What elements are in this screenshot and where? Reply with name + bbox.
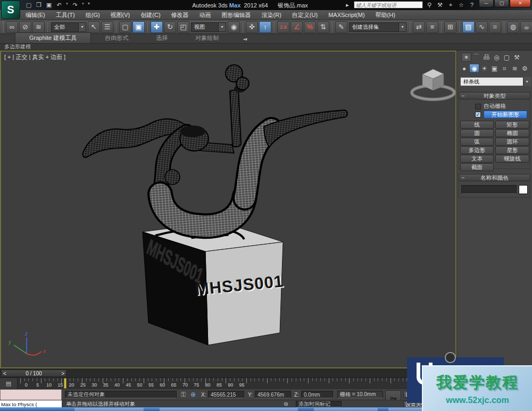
material-editor-button[interactable]: ◍ — [507, 21, 519, 33]
menu-views[interactable]: 视图(V) — [111, 11, 130, 19]
menu-create[interactable]: 创建(C) — [140, 11, 160, 19]
ribbon-tab-object-paint[interactable]: 对象绘制 — [181, 33, 232, 43]
select-and-scale-button[interactable]: ◰ — [177, 21, 189, 33]
menu-group[interactable]: 组(G) — [86, 11, 100, 19]
infocenter-search-input[interactable] — [354, 1, 423, 9]
systems-category-icon[interactable]: ⚙ — [520, 64, 530, 73]
ribbon-tab-freeform[interactable]: 自由形式 — [91, 33, 142, 43]
angle-snap-toggle[interactable]: ∠ — [290, 21, 303, 33]
menu-graph-editors[interactable]: 图形编辑器 — [222, 11, 251, 19]
start-new-shape-checkbox[interactable]: ✓ — [475, 112, 481, 118]
menu-help[interactable]: 帮助(H) — [376, 11, 395, 19]
x-coordinate-field[interactable]: 45565.215 — [208, 391, 244, 398]
y-coordinate-field[interactable]: 4569.676m — [255, 391, 291, 398]
search-expand-icon[interactable]: ▸ — [343, 2, 352, 9]
new-file-icon[interactable]: ▢ — [24, 2, 33, 9]
select-and-manipulate-button[interactable]: ✜ — [246, 21, 258, 33]
curve-editor-button[interactable]: ∿ — [476, 21, 488, 33]
object-name-input[interactable] — [461, 185, 517, 194]
redo-icon[interactable]: ↷ — [71, 2, 79, 9]
motion-tab-icon[interactable]: ◎ — [492, 53, 502, 62]
menu-maxscript[interactable]: MAXScript(M) — [328, 12, 364, 18]
communication-icon[interactable]: ⌖ — [446, 2, 455, 9]
wireframe-sculpture[interactable] — [82, 65, 347, 226]
star-button[interactable]: 星形 — [495, 146, 529, 154]
snap-toggle-2-5-button[interactable]: 2.5 — [277, 21, 289, 33]
viewport-label[interactable]: [ + | 正交 | 真实 + 边面 ] — [4, 53, 65, 61]
current-frame-marker[interactable] — [64, 378, 66, 389]
select-and-move-button[interactable]: ✚ — [151, 21, 163, 33]
start-new-shape-button[interactable]: 开始新图形 — [484, 111, 527, 119]
add-time-tag[interactable]: 添加时间标记 — [296, 401, 342, 407]
helix-button[interactable]: 螺旋线 — [495, 155, 529, 163]
next-frame-icon[interactable]: > — [61, 371, 64, 376]
app-menu-button[interactable]: S — [1, 1, 20, 19]
utilities-tab-icon[interactable]: ⚒ — [512, 53, 522, 62]
space-warps-category-icon[interactable]: ≋ — [510, 64, 520, 73]
select-and-link-button[interactable]: ∞ — [6, 21, 18, 33]
ribbon-tab-graphite[interactable]: Graphite 建模工具 — [15, 32, 91, 43]
open-mini-curve-editor-icon[interactable]: ▤ — [0, 378, 18, 389]
hierarchy-tab-icon[interactable]: 品 — [481, 53, 492, 62]
lights-category-icon[interactable]: ☀ — [479, 64, 489, 73]
menu-edit[interactable]: 编辑(E) — [26, 11, 45, 19]
create-tab-icon[interactable]: ✶ — [461, 53, 471, 62]
ellipse-button[interactable]: 椭圆 — [495, 129, 529, 137]
graphite-ribbon-toggle[interactable]: ▤ — [462, 21, 475, 33]
ribbon-display-dropdown-icon[interactable]: ▪▾ — [240, 36, 251, 43]
maxscript-mini-listener[interactable] — [0, 389, 62, 400]
viewport-orthographic[interactable]: [ + | 正交 | 真实 + 边面 ] MHSJS001 — [0, 51, 456, 368]
percent-snap-toggle[interactable]: % — [304, 21, 316, 33]
menu-animation[interactable]: 动画 — [200, 11, 211, 19]
arc-button[interactable]: 弧 — [460, 138, 494, 146]
menu-customize[interactable]: 自定义(U) — [292, 11, 318, 19]
qat-overflow-icon[interactable]: ▼ — [87, 2, 91, 9]
viewport-canvas[interactable]: MHSJS001 MHSJS001 MHSJS001 — [1, 52, 455, 367]
save-file-icon[interactable]: ▣ — [45, 2, 53, 9]
helpers-category-icon[interactable]: ⌗ — [500, 64, 510, 73]
subscription-icon[interactable]: ⚒ — [436, 2, 444, 9]
window-crossing-toggle[interactable]: ▣ — [132, 21, 145, 33]
toolbar-grip[interactable] — [3, 22, 4, 32]
steering-wheel-icon[interactable] — [445, 352, 456, 363]
prev-frame-icon[interactable]: < — [3, 371, 6, 376]
maxscript-listener-line[interactable]: Max to Physcs ( — [0, 400, 62, 408]
render-setup-button[interactable]: ☕ — [520, 21, 532, 33]
rectangle-button[interactable]: 矩形 — [495, 121, 529, 129]
shapes-category-icon[interactable]: ◉ — [469, 64, 479, 73]
minimize-button[interactable]: ─ — [479, 0, 494, 7]
viewcube[interactable] — [412, 69, 454, 99]
menu-modifiers[interactable]: 修改器 — [171, 11, 189, 19]
selection-lock-icon[interactable]: ⚿ — [181, 391, 186, 398]
selection-filter-dropdown[interactable]: 全部 — [51, 22, 86, 32]
time-slider-handle[interactable]: < 0 / 100 > — [1, 370, 66, 377]
ribbon-collapsed-panel[interactable]: 多边形建模 — [0, 44, 532, 51]
name-color-rollout-header[interactable]: −名称和颜色 — [459, 174, 530, 181]
spinner-snap-toggle[interactable]: ⇅ — [317, 21, 329, 33]
open-file-icon[interactable]: ❒ — [35, 2, 43, 9]
undo-icon[interactable]: ↶ — [55, 2, 63, 9]
help-icon[interactable]: ? — [468, 2, 476, 8]
layer-manager-button[interactable]: ⊞ — [444, 21, 456, 33]
modify-tab-icon[interactable]: ⌒ — [471, 53, 481, 62]
undo-dropdown-icon[interactable]: ▾ — [65, 2, 69, 9]
section-button[interactable]: 截面 — [460, 163, 494, 171]
object-color-swatch[interactable] — [519, 185, 528, 194]
menu-rendering[interactable]: 渲染(R) — [262, 11, 281, 19]
mirror-button[interactable]: ⇄ — [413, 21, 425, 33]
isolate-toggle-icon[interactable]: ⧉ — [284, 401, 288, 407]
maximize-button[interactable]: ▢ — [494, 0, 509, 7]
edit-named-selection-sets-button[interactable]: ✎ — [335, 21, 347, 33]
text-button[interactable]: 文本 — [460, 155, 494, 163]
select-and-rotate-button[interactable]: ↻ — [164, 21, 176, 33]
redo-dropdown-icon[interactable]: ▾ — [81, 2, 85, 9]
circle-button[interactable]: 圆 — [460, 129, 494, 137]
display-tab-icon[interactable]: ▢ — [502, 53, 512, 62]
z-coordinate-field[interactable]: 0.0mm — [301, 391, 333, 398]
rectangular-selection-region-button[interactable]: ▢ — [119, 21, 131, 33]
search-icon[interactable]: ⚲ — [425, 2, 434, 9]
shape-type-dropdown[interactable]: 样条线 — [460, 77, 531, 86]
ngon-button[interactable]: 多边形 — [460, 146, 494, 154]
geometry-category-icon[interactable]: ● — [459, 64, 469, 73]
named-selection-set-dropdown[interactable]: 创建选择集 — [349, 22, 406, 32]
